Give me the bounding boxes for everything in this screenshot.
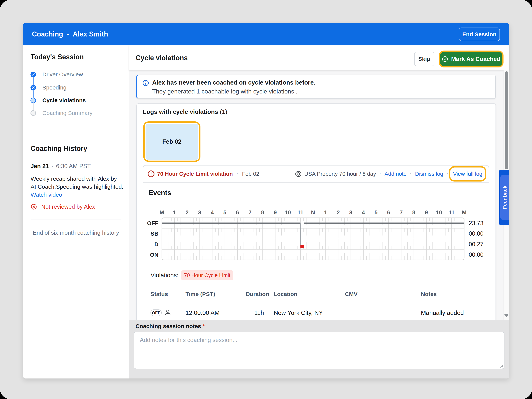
- svg-text:5: 5: [223, 209, 226, 215]
- svg-text:11: 11: [298, 209, 304, 215]
- svg-text:9: 9: [274, 209, 277, 215]
- svg-text:SB: SB: [151, 230, 158, 237]
- svg-text:8: 8: [412, 209, 415, 215]
- svg-text:2: 2: [337, 209, 340, 215]
- svg-text:D: D: [154, 241, 158, 247]
- svg-text:9: 9: [425, 209, 428, 215]
- svg-text:1: 1: [173, 209, 176, 215]
- svg-text:4: 4: [211, 209, 214, 215]
- svg-text:5: 5: [374, 209, 378, 215]
- svg-text:10: 10: [436, 209, 442, 215]
- svg-text:1: 1: [324, 209, 327, 215]
- svg-text:00.00: 00.00: [469, 251, 484, 258]
- svg-text:00.27: 00.27: [469, 241, 484, 247]
- svg-text:3: 3: [198, 209, 201, 215]
- svg-text:ON: ON: [150, 252, 158, 258]
- svg-text:6: 6: [236, 209, 239, 215]
- svg-text:4: 4: [362, 209, 365, 215]
- svg-text:00.00: 00.00: [469, 230, 484, 237]
- svg-text:3: 3: [349, 209, 352, 215]
- svg-text:M: M: [462, 209, 466, 215]
- svg-text:N: N: [311, 209, 315, 215]
- svg-text:7: 7: [399, 209, 403, 215]
- svg-text:10: 10: [285, 209, 291, 215]
- svg-text:23.73: 23.73: [469, 220, 484, 227]
- svg-text:7: 7: [248, 209, 252, 215]
- svg-text:M: M: [160, 209, 164, 215]
- svg-text:OFF: OFF: [147, 220, 158, 226]
- svg-text:8: 8: [261, 209, 264, 215]
- svg-text:11: 11: [449, 209, 455, 215]
- svg-text:2: 2: [186, 209, 189, 215]
- svg-text:6: 6: [387, 209, 390, 215]
